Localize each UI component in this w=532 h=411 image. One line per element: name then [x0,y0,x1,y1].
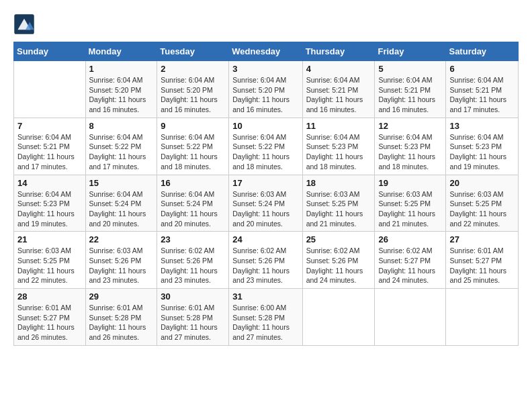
logo [13,13,38,35]
day-number: 17 [232,178,298,188]
day-number: 24 [232,234,298,244]
day-number: 14 [17,178,82,188]
calendar-cell: 19Sunrise: 6:03 AM Sunset: 5:25 PM Dayli… [375,175,446,232]
day-info: Sunrise: 6:04 AM Sunset: 5:21 PM Dayligh… [306,75,371,115]
day-info: Sunrise: 6:04 AM Sunset: 5:20 PM Dayligh… [89,75,154,115]
calendar-cell: 23Sunrise: 6:02 AM Sunset: 5:26 PM Dayli… [157,232,229,289]
calendar-cell: 21Sunrise: 6:03 AM Sunset: 5:25 PM Dayli… [14,232,86,289]
day-info: Sunrise: 6:04 AM Sunset: 5:21 PM Dayligh… [17,132,82,172]
day-number: 16 [161,178,225,188]
calendar-cell: 22Sunrise: 6:03 AM Sunset: 5:26 PM Dayli… [85,232,157,289]
calendar-body: 1Sunrise: 6:04 AM Sunset: 5:20 PM Daylig… [14,61,519,346]
day-info: Sunrise: 6:04 AM Sunset: 5:22 PM Dayligh… [89,132,154,172]
day-info: Sunrise: 6:04 AM Sunset: 5:22 PM Dayligh… [161,132,225,172]
day-info: Sunrise: 6:03 AM Sunset: 5:25 PM Dayligh… [449,189,515,229]
header-cell-wednesday: Wednesday [229,42,302,61]
day-number: 22 [89,234,154,244]
header-cell-thursday: Thursday [302,42,375,61]
day-number: 5 [378,64,442,74]
calendar-cell: 11Sunrise: 6:04 AM Sunset: 5:23 PM Dayli… [302,118,375,175]
calendar-cell: 26Sunrise: 6:02 AM Sunset: 5:27 PM Dayli… [375,232,446,289]
calendar-cell: 25Sunrise: 6:02 AM Sunset: 5:26 PM Dayli… [302,232,375,289]
day-number: 15 [89,178,154,188]
day-info: Sunrise: 6:04 AM Sunset: 5:22 PM Dayligh… [232,132,298,172]
day-number: 8 [89,121,154,131]
page-header [13,13,519,35]
day-number: 1 [89,64,154,74]
calendar-cell: 6Sunrise: 6:04 AM Sunset: 5:21 PM Daylig… [446,61,519,118]
calendar-cell: 2Sunrise: 6:04 AM Sunset: 5:20 PM Daylig… [157,61,229,118]
calendar-cell: 3Sunrise: 6:04 AM Sunset: 5:20 PM Daylig… [229,61,302,118]
calendar-cell: 10Sunrise: 6:04 AM Sunset: 5:22 PM Dayli… [229,118,302,175]
calendar-week-1: 1Sunrise: 6:04 AM Sunset: 5:20 PM Daylig… [14,61,519,118]
day-number: 26 [378,234,442,244]
day-info: Sunrise: 6:04 AM Sunset: 5:20 PM Dayligh… [161,75,225,115]
day-number: 30 [161,291,225,302]
day-number: 19 [378,178,442,188]
day-info: Sunrise: 6:02 AM Sunset: 5:26 PM Dayligh… [232,246,298,285]
day-number: 20 [449,178,515,188]
day-info: Sunrise: 6:04 AM Sunset: 5:23 PM Dayligh… [306,132,371,172]
calendar-cell: 28Sunrise: 6:01 AM Sunset: 5:27 PM Dayli… [14,289,86,346]
day-number: 2 [161,64,225,74]
day-number: 11 [306,121,371,131]
calendar-cell: 31Sunrise: 6:00 AM Sunset: 5:28 PM Dayli… [229,289,302,346]
day-info: Sunrise: 6:03 AM Sunset: 5:25 PM Dayligh… [17,246,82,285]
calendar-cell: 8Sunrise: 6:04 AM Sunset: 5:22 PM Daylig… [85,118,157,175]
calendar-cell [302,289,375,346]
day-info: Sunrise: 6:01 AM Sunset: 5:27 PM Dayligh… [17,303,82,342]
calendar-cell [446,289,519,346]
calendar-cell [375,289,446,346]
day-number: 25 [306,234,371,244]
header-cell-friday: Friday [375,42,446,61]
day-info: Sunrise: 6:02 AM Sunset: 5:26 PM Dayligh… [306,246,371,285]
logo-icon [13,13,35,35]
day-info: Sunrise: 6:01 AM Sunset: 5:28 PM Dayligh… [161,303,225,342]
calendar-cell: 18Sunrise: 6:03 AM Sunset: 5:25 PM Dayli… [302,175,375,232]
header-cell-sunday: Sunday [14,42,86,61]
calendar-cell: 5Sunrise: 6:04 AM Sunset: 5:21 PM Daylig… [375,61,446,118]
calendar-header-row: SundayMondayTuesdayWednesdayThursdayFrid… [14,42,519,61]
day-info: Sunrise: 6:04 AM Sunset: 5:21 PM Dayligh… [449,75,515,115]
calendar-cell: 29Sunrise: 6:01 AM Sunset: 5:28 PM Dayli… [85,289,157,346]
calendar-cell: 1Sunrise: 6:04 AM Sunset: 5:20 PM Daylig… [85,61,157,118]
day-info: Sunrise: 6:03 AM Sunset: 5:26 PM Dayligh… [89,246,154,285]
day-info: Sunrise: 6:00 AM Sunset: 5:28 PM Dayligh… [232,303,298,342]
day-number: 10 [232,121,298,131]
calendar-cell: 9Sunrise: 6:04 AM Sunset: 5:22 PM Daylig… [157,118,229,175]
day-number: 27 [449,234,515,244]
day-info: Sunrise: 6:01 AM Sunset: 5:28 PM Dayligh… [89,303,154,342]
day-number: 7 [17,121,82,131]
day-info: Sunrise: 6:04 AM Sunset: 5:21 PM Dayligh… [378,75,442,115]
header-cell-monday: Monday [85,42,157,61]
day-number: 9 [161,121,225,131]
day-number: 31 [232,291,298,302]
calendar-cell: 15Sunrise: 6:04 AM Sunset: 5:24 PM Dayli… [85,175,157,232]
calendar-cell: 12Sunrise: 6:04 AM Sunset: 5:23 PM Dayli… [375,118,446,175]
calendar-cell: 20Sunrise: 6:03 AM Sunset: 5:25 PM Dayli… [446,175,519,232]
day-info: Sunrise: 6:03 AM Sunset: 5:25 PM Dayligh… [306,189,371,229]
day-info: Sunrise: 6:04 AM Sunset: 5:24 PM Dayligh… [161,189,225,229]
day-info: Sunrise: 6:04 AM Sunset: 5:20 PM Dayligh… [232,75,298,115]
calendar-cell [14,61,86,118]
calendar-cell: 7Sunrise: 6:04 AM Sunset: 5:21 PM Daylig… [14,118,86,175]
calendar-week-3: 14Sunrise: 6:04 AM Sunset: 5:23 PM Dayli… [14,175,519,232]
day-number: 28 [17,291,82,302]
calendar-table: SundayMondayTuesdayWednesdayThursdayFrid… [13,42,519,346]
calendar-cell: 14Sunrise: 6:04 AM Sunset: 5:23 PM Dayli… [14,175,86,232]
day-number: 3 [232,64,298,74]
calendar-cell: 27Sunrise: 6:01 AM Sunset: 5:27 PM Dayli… [446,232,519,289]
header-cell-tuesday: Tuesday [157,42,229,61]
day-number: 12 [378,121,442,131]
header-cell-saturday: Saturday [446,42,519,61]
day-info: Sunrise: 6:04 AM Sunset: 5:24 PM Dayligh… [89,189,154,229]
calendar-cell: 4Sunrise: 6:04 AM Sunset: 5:21 PM Daylig… [302,61,375,118]
day-number: 23 [161,234,225,244]
calendar-cell: 24Sunrise: 6:02 AM Sunset: 5:26 PM Dayli… [229,232,302,289]
calendar-cell: 13Sunrise: 6:04 AM Sunset: 5:23 PM Dayli… [446,118,519,175]
calendar-cell: 30Sunrise: 6:01 AM Sunset: 5:28 PM Dayli… [157,289,229,346]
day-info: Sunrise: 6:01 AM Sunset: 5:27 PM Dayligh… [449,246,515,285]
day-number: 18 [306,178,371,188]
calendar-week-5: 28Sunrise: 6:01 AM Sunset: 5:27 PM Dayli… [14,289,519,346]
day-info: Sunrise: 6:04 AM Sunset: 5:23 PM Dayligh… [378,132,442,172]
